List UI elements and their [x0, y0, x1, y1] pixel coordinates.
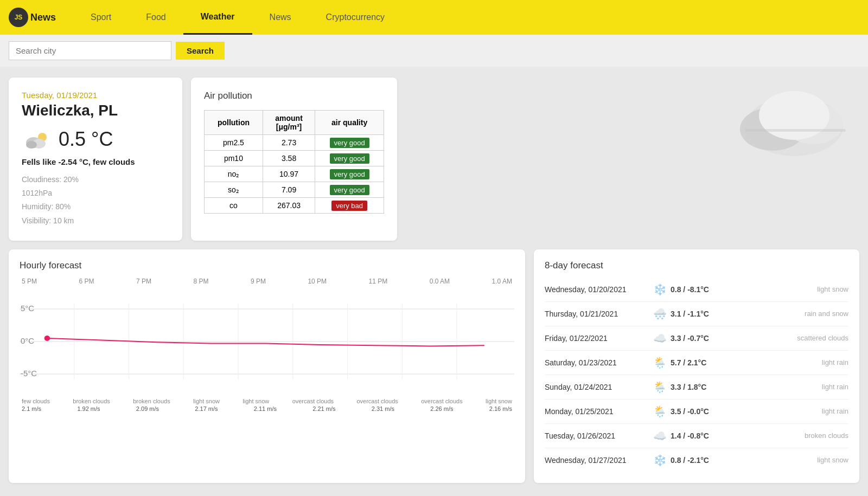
air-cell-name: so₂ [205, 182, 263, 198]
air-pollution-card: Air pollution pollution amount[μg/m³] ai… [191, 78, 397, 241]
air-table-row: so₂ 7.09 very good [205, 182, 384, 198]
forecast-day-row: Wednesday, 01/20/2021 ❄️ 0.8 / -8.1°C li… [545, 278, 848, 302]
air-quality-badge: very bad [331, 201, 367, 211]
nav-link-food[interactable]: Food [129, 0, 183, 35]
forecast-day-temp: 0.8 / -8.1°C [671, 285, 730, 294]
air-cell-name: pm10 [205, 151, 263, 166]
weather-city: Wieliczka, PL [22, 102, 169, 119]
air-cell-amount: 3.58 [263, 151, 315, 166]
air-table-row: pm2.5 2.73 very good [205, 135, 384, 151]
air-cell-quality: very good [315, 151, 384, 166]
logo-label: News [30, 12, 56, 23]
chart-wind-label: 2.16 m/s [489, 405, 512, 412]
chart-svg-container: 5°C 0°C -5°C [20, 287, 514, 396]
air-cell-amount: 7.09 [263, 182, 315, 198]
svg-point-5 [740, 107, 805, 151]
chart-wind-label: 1.92 m/s [77, 405, 100, 412]
forecast-day-row: Thursday, 01/21/2021 🌨️ 3.1 / -1.1°C rai… [545, 302, 848, 326]
forecast-day-temp: 3.5 / -0.0°C [671, 407, 730, 416]
air-cell-amount: 2.73 [263, 135, 315, 151]
weather-humidity: Humidity: 80% [22, 200, 169, 214]
eightday-list: Wednesday, 01/20/2021 ❄️ 0.8 / -8.1°C li… [545, 278, 848, 472]
weather-icon [22, 128, 52, 150]
nav-link-weather[interactable]: Weather [183, 0, 252, 35]
forecast-day-temp: 1.4 / -0.8°C [671, 431, 730, 440]
nav-links: Sport Food Weather News Cryptocurrency [73, 0, 859, 35]
chart-time-label: 6 PM [79, 278, 94, 285]
chart-wind-labels: 2.1 m/s1.92 m/s2.09 m/s2.17 m/s2.11 m/s2… [20, 405, 514, 412]
chart-condition-label: light snow [193, 398, 220, 404]
nav-link-sport[interactable]: Sport [73, 0, 129, 35]
weather-date: Tuesday, 01/19/2021 [22, 91, 169, 100]
weather-feels: Fells like -2.54 °C, few clouds [22, 157, 169, 166]
forecast-day-desc: scattered clouds [730, 334, 848, 342]
forecast-day-desc: rain and snow [730, 310, 848, 318]
forecast-day-name: Wednesday, 01/20/2021 [545, 285, 653, 294]
forecast-day-row: Monday, 01/25/2021 🌦️ 3.5 / -0.0°C light… [545, 400, 848, 424]
svg-point-23 [44, 336, 50, 341]
chart-condition-label: few clouds [22, 398, 50, 404]
forecast-day-row: Saturday, 01/23/2021 🌦️ 5.7 / 2.1°C ligh… [545, 351, 848, 375]
forecast-day-desc: light rain [730, 407, 848, 415]
forecast-day-desc: light snow [730, 285, 848, 293]
weather-temp-row: 0.5 °C [22, 128, 169, 151]
search-button[interactable]: Search [176, 42, 225, 60]
air-cell-name: no₂ [205, 166, 263, 182]
navbar: JS News Sport Food Weather News Cryptocu… [0, 0, 868, 35]
forecast-row: Hourly forecast 5 PM6 PM7 PM8 PM9 PM10 P… [9, 249, 859, 483]
svg-text:0°C: 0°C [21, 337, 34, 345]
forecast-day-icon: ☁️ [653, 429, 671, 442]
forecast-day-temp: 5.7 / 2.1°C [671, 358, 730, 367]
forecast-day-icon: ❄️ [653, 283, 671, 296]
chart-wind-label: 2.26 m/s [430, 405, 453, 412]
forecast-day-icon: 🌦️ [653, 356, 671, 369]
chart-time-labels: 5 PM6 PM7 PM8 PM9 PM10 PM11 PM0.0 AM1.0 … [20, 278, 514, 285]
air-table-row: pm10 3.58 very good [205, 151, 384, 166]
forecast-day-icon: 🌨️ [653, 307, 671, 320]
forecast-day-temp: 3.3 / 1.8°C [671, 383, 730, 391]
chart-time-label: 1.0 AM [492, 278, 512, 285]
air-cell-quality: very good [315, 135, 384, 151]
forecast-day-name: Friday, 01/22/2021 [545, 334, 653, 343]
forecast-day-row: Tuesday, 01/26/2021 ☁️ 1.4 / -0.8°C brok… [545, 424, 848, 448]
forecast-day-name: Tuesday, 01/26/2021 [545, 431, 653, 440]
air-table-row: co 267.03 very bad [205, 198, 384, 214]
forecast-day-name: Sunday, 01/24/2021 [545, 383, 653, 391]
air-cell-quality: very good [315, 166, 384, 182]
air-pollution-title: Air pollution [204, 91, 384, 101]
weather-card: Tuesday, 01/19/2021 Wieliczka, PL 0.5 °C… [9, 78, 182, 241]
eightday-title: 8-day forecast [545, 260, 848, 271]
air-table-row: no₂ 10.97 very good [205, 166, 384, 182]
forecast-day-row: Friday, 01/22/2021 ☁️ 3.3 / -0.7°C scatt… [545, 326, 848, 351]
eightday-forecast-card: 8-day forecast Wednesday, 01/20/2021 ❄️ … [534, 249, 859, 483]
main-content: Tuesday, 01/19/2021 Wieliczka, PL 0.5 °C… [0, 67, 868, 494]
search-input[interactable] [9, 41, 171, 60]
weather-cloudiness: Cloudiness: 20% [22, 173, 169, 186]
forecast-day-temp: 3.1 / -1.1°C [671, 310, 730, 318]
hourly-title: Hourly forecast [20, 260, 514, 271]
chart-time-label: 7 PM [136, 278, 151, 285]
forecast-day-desc: light snow [730, 456, 848, 464]
forecast-day-name: Saturday, 01/23/2021 [545, 358, 653, 367]
chart-condition-label: light snow [486, 398, 512, 404]
svg-text:-5°C: -5°C [21, 369, 37, 378]
air-cell-amount: 267.03 [263, 198, 315, 214]
air-quality-badge: very good [330, 153, 369, 164]
svg-point-6 [783, 103, 843, 144]
weather-temp: 0.5 °C [59, 128, 113, 151]
air-col-amount: amount[μg/m³] [263, 111, 315, 135]
forecast-day-name: Monday, 01/25/2021 [545, 407, 653, 416]
svg-point-3 [26, 141, 37, 149]
nav-link-cryptocurrency[interactable]: Cryptocurrency [309, 0, 402, 35]
forecast-day-icon: 🌦️ [653, 381, 671, 394]
hourly-chart-svg: 5°C 0°C -5°C [20, 287, 514, 396]
nav-link-news[interactable]: News [252, 0, 309, 35]
chart-time-label: 9 PM [251, 278, 266, 285]
forecast-day-icon: ☁️ [653, 332, 671, 345]
chart-time-label: 11 PM [369, 278, 388, 285]
forecast-day-temp: 0.8 / -2.1°C [671, 456, 730, 465]
air-cell-quality: very good [315, 182, 384, 198]
chart-condition-label: broken clouds [133, 398, 170, 404]
chart-condition-labels: few cloudsbroken cloudsbroken cloudsligh… [20, 398, 514, 404]
chart-time-label: 8 PM [193, 278, 208, 285]
